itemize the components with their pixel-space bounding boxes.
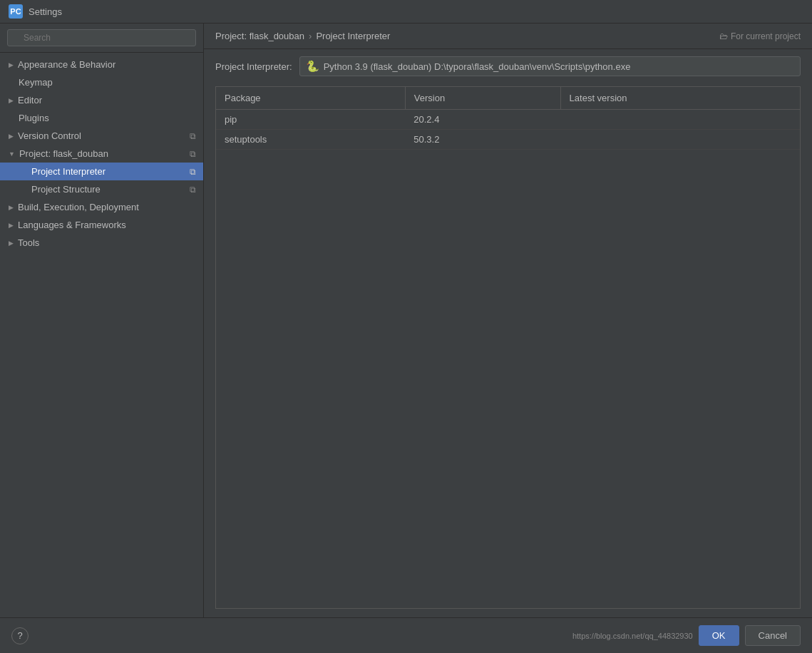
sidebar-item-label: Languages & Frameworks	[18, 220, 126, 230]
python-icon: 🐍	[306, 60, 319, 73]
bottom-left: ? https://blog.csdn.net/qq_44832930	[11, 627, 693, 644]
cancel-button[interactable]: Cancel	[745, 625, 801, 646]
sidebar-item-label: Project: flask_douban	[19, 148, 108, 159]
copy-icon: ⧉	[190, 185, 196, 195]
sidebar-nav: ▶Appearance & BehaviorKeymap▶EditorPlugi…	[0, 53, 203, 617]
arrow-icon: ▼	[9, 150, 15, 158]
breadcrumb-current: Project Interpreter	[316, 31, 390, 41]
copy-icon: ⧉	[190, 149, 196, 159]
sidebar-item-plugins[interactable]: Plugins	[0, 109, 203, 127]
package-version: 20.2.4	[405, 110, 560, 130]
arrow-icon: ▶	[9, 133, 14, 140]
packages-tbody: pip20.2.4setuptools50.3.2	[216, 110, 800, 150]
sidebar-item-label: Appearance & Behavior	[18, 59, 115, 70]
sidebar-item-label: Editor	[18, 95, 42, 106]
table-row[interactable]: pip20.2.4	[216, 110, 800, 130]
packages-table: Package Version Latest version pip20.2.4…	[216, 87, 800, 150]
interpreter-row: Project Interpreter: 🐍 Python 3.9 (flask…	[204, 49, 812, 83]
table-row[interactable]: setuptools50.3.2	[216, 130, 800, 150]
sidebar-item-editor[interactable]: ▶Editor	[0, 91, 203, 109]
sidebar-item-languages-frameworks[interactable]: ▶Languages & Frameworks	[0, 216, 203, 234]
sidebar-item-version-control[interactable]: ▶Version Control⧉	[0, 127, 203, 145]
folder-icon: 🗁	[719, 31, 728, 41]
table-header: Package Version Latest version	[216, 87, 800, 110]
status-url: https://blog.csdn.net/qq_44832930	[572, 632, 693, 640]
sidebar-item-appearance[interactable]: ▶Appearance & Behavior	[0, 56, 203, 73]
sidebar-item-build-execution[interactable]: ▶Build, Execution, Deployment	[0, 198, 203, 216]
bottom-bar: ? https://blog.csdn.net/qq_44832930 OK C…	[0, 617, 812, 653]
sidebar: 🔍 ▶Appearance & BehaviorKeymap▶EditorPlu…	[0, 24, 204, 617]
col-package: Package	[216, 87, 405, 110]
interpreter-label: Project Interpreter:	[215, 61, 292, 72]
content-area: Project: flask_douban › Project Interpre…	[204, 24, 812, 617]
package-latest	[560, 130, 800, 150]
sidebar-item-project-flask-douban[interactable]: ▼Project: flask_douban⧉	[0, 145, 203, 163]
col-latest: Latest version	[560, 87, 800, 110]
packages-table-wrapper: Package Version Latest version pip20.2.4…	[215, 86, 801, 609]
app-icon: PC	[9, 4, 23, 19]
for-current-project: 🗁 For current project	[719, 31, 801, 41]
sidebar-item-label: Plugins	[19, 113, 49, 123]
col-version: Version	[405, 87, 560, 110]
package-name: setuptools	[216, 130, 405, 150]
package-version: 50.3.2	[405, 130, 560, 150]
package-name: pip	[216, 110, 405, 130]
breadcrumb-separator: ›	[309, 31, 312, 41]
search-box: 🔍	[0, 24, 203, 53]
sidebar-item-project-interpreter[interactable]: Project Interpreter⧉	[0, 163, 203, 180]
interpreter-select[interactable]: 🐍 Python 3.9 (flask_douban) D:\typora\fl…	[299, 56, 801, 76]
sidebar-item-tools[interactable]: ▶Tools	[0, 234, 203, 252]
window-title: Settings	[29, 6, 62, 17]
sidebar-item-label: Version Control	[18, 130, 81, 141]
arrow-icon: ▶	[9, 61, 14, 68]
sidebar-item-label: Project Interpreter	[31, 166, 106, 177]
breadcrumb-bar: Project: flask_douban › Project Interpre…	[204, 24, 812, 49]
copy-icon: ⧉	[190, 167, 196, 177]
sidebar-item-keymap[interactable]: Keymap	[0, 73, 203, 91]
interpreter-value: Python 3.9 (flask_douban) D:\typora\flas…	[324, 61, 631, 72]
sidebar-item-project-structure[interactable]: Project Structure⧉	[0, 180, 203, 198]
sidebar-item-label: Build, Execution, Deployment	[18, 202, 139, 212]
content-main: Project Interpreter: 🐍 Python 3.9 (flask…	[204, 49, 812, 617]
arrow-icon: ▶	[9, 97, 14, 104]
sidebar-item-label: Tools	[18, 237, 39, 248]
copy-icon: ⧉	[190, 131, 196, 141]
arrow-icon: ▶	[9, 240, 14, 247]
breadcrumb-parent: Project: flask_douban	[215, 31, 304, 41]
package-latest	[560, 110, 800, 130]
sidebar-item-label: Project Structure	[31, 184, 101, 195]
arrow-icon: ▶	[9, 204, 14, 211]
title-bar: PC Settings	[0, 0, 812, 24]
search-input[interactable]	[7, 29, 196, 46]
ok-button[interactable]: OK	[699, 625, 739, 646]
help-button[interactable]: ?	[11, 627, 29, 644]
sidebar-item-label: Keymap	[19, 77, 53, 88]
arrow-icon: ▶	[9, 222, 14, 229]
